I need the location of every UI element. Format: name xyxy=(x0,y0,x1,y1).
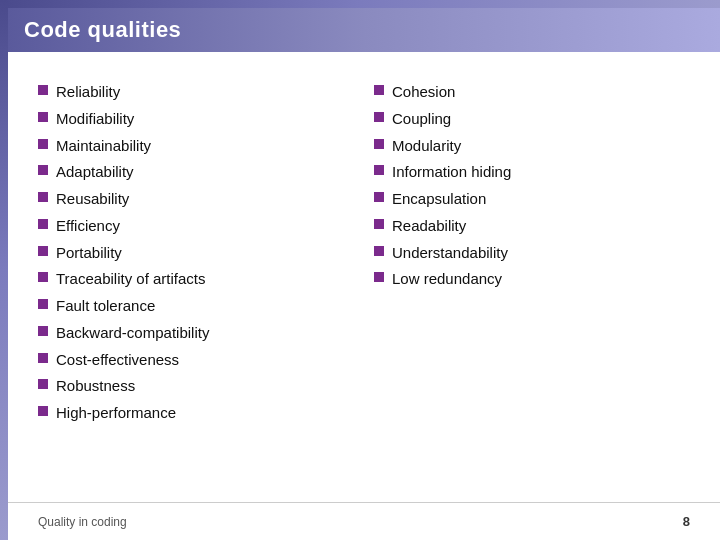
list-item: Low redundancy xyxy=(374,267,690,291)
bullet-text: Information hiding xyxy=(392,161,511,183)
bullet-text: Cohesion xyxy=(392,81,455,103)
bullet-text: Maintainability xyxy=(56,135,151,157)
list-item: Cost-effectiveness xyxy=(38,348,354,372)
bullet-icon xyxy=(38,326,48,336)
bullet-icon xyxy=(38,192,48,202)
bullet-text: Traceability of artifacts xyxy=(56,268,206,290)
bullet-icon xyxy=(38,219,48,229)
bullet-icon xyxy=(374,192,384,202)
bullet-text: Low redundancy xyxy=(392,268,502,290)
list-item: Efficiency xyxy=(38,214,354,238)
bullet-icon xyxy=(374,165,384,175)
bullet-text: Fault tolerance xyxy=(56,295,155,317)
list-item: Traceability of artifacts xyxy=(38,267,354,291)
top-decorative-bar xyxy=(0,0,720,8)
list-item: Coupling xyxy=(374,107,690,131)
bullet-text: Portability xyxy=(56,242,122,264)
footer-page: 8 xyxy=(683,514,690,529)
bullet-text: High-performance xyxy=(56,402,176,424)
bullet-text: Understandability xyxy=(392,242,508,264)
footer: Quality in coding 8 xyxy=(8,502,720,540)
bullet-icon xyxy=(38,139,48,149)
list-item: Adaptability xyxy=(38,160,354,184)
list-item: Robustness xyxy=(38,374,354,398)
list-item: Reliability xyxy=(38,80,354,104)
bullet-icon xyxy=(38,353,48,363)
bullet-icon xyxy=(38,165,48,175)
bullet-text: Encapsulation xyxy=(392,188,486,210)
list-item: Modifiability xyxy=(38,107,354,131)
bullet-icon xyxy=(38,112,48,122)
bullet-text: Readability xyxy=(392,215,466,237)
bullet-text: Modularity xyxy=(392,135,461,157)
list-item: Reusability xyxy=(38,187,354,211)
bullet-icon xyxy=(38,406,48,416)
footer-label: Quality in coding xyxy=(38,515,127,529)
bullet-text: Adaptability xyxy=(56,161,134,183)
bullet-text: Backward-compatibility xyxy=(56,322,209,344)
bullet-text: Robustness xyxy=(56,375,135,397)
bullet-icon xyxy=(374,219,384,229)
title-area: Code qualities xyxy=(8,8,720,52)
slide-title: Code qualities xyxy=(24,17,181,43)
bullet-icon xyxy=(38,299,48,309)
list-item: Encapsulation xyxy=(374,187,690,211)
list-item: Cohesion xyxy=(374,80,690,104)
bullet-icon xyxy=(374,246,384,256)
bullet-text: Reliability xyxy=(56,81,120,103)
left-decorative-bar xyxy=(0,0,8,540)
bullet-icon xyxy=(38,272,48,282)
list-item: Readability xyxy=(374,214,690,238)
list-item: Modularity xyxy=(374,134,690,158)
bullet-text: Efficiency xyxy=(56,215,120,237)
bullet-icon xyxy=(38,246,48,256)
list-item: High-performance xyxy=(38,401,354,425)
bullet-icon xyxy=(374,85,384,95)
slide: Code qualities Reliability Modifiability… xyxy=(0,0,720,540)
content-area: Reliability Modifiability Maintainabilit… xyxy=(8,60,720,500)
list-item: Portability xyxy=(38,241,354,265)
bullet-text: Coupling xyxy=(392,108,451,130)
bullet-text: Reusability xyxy=(56,188,129,210)
list-item: Information hiding xyxy=(374,160,690,184)
bullet-icon xyxy=(374,139,384,149)
list-item: Backward-compatibility xyxy=(38,321,354,345)
bullet-icon xyxy=(374,272,384,282)
list-item: Maintainability xyxy=(38,134,354,158)
left-bullet-list: Reliability Modifiability Maintainabilit… xyxy=(38,80,354,480)
bullet-icon xyxy=(38,379,48,389)
bullet-icon xyxy=(374,112,384,122)
list-item: Understandability xyxy=(374,241,690,265)
bullet-text: Modifiability xyxy=(56,108,134,130)
bullet-text: Cost-effectiveness xyxy=(56,349,179,371)
right-bullet-list: Cohesion Coupling Modularity Information… xyxy=(374,80,690,480)
list-item: Fault tolerance xyxy=(38,294,354,318)
bullet-icon xyxy=(38,85,48,95)
